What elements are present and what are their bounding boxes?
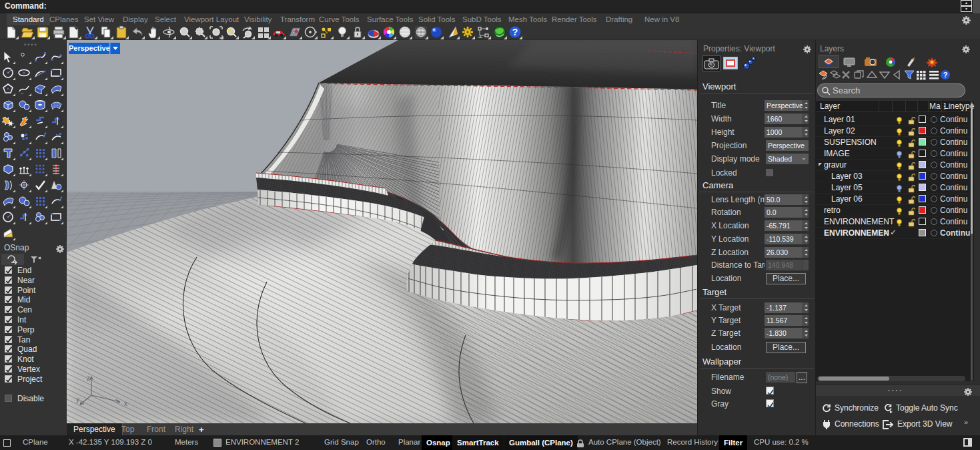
svg-text:z: z	[87, 375, 90, 382]
svg-text:y: y	[76, 396, 79, 403]
svg-text:x: x	[124, 400, 127, 407]
svg-text:?: ?	[943, 71, 948, 79]
svg-text:?: ?	[512, 27, 518, 37]
